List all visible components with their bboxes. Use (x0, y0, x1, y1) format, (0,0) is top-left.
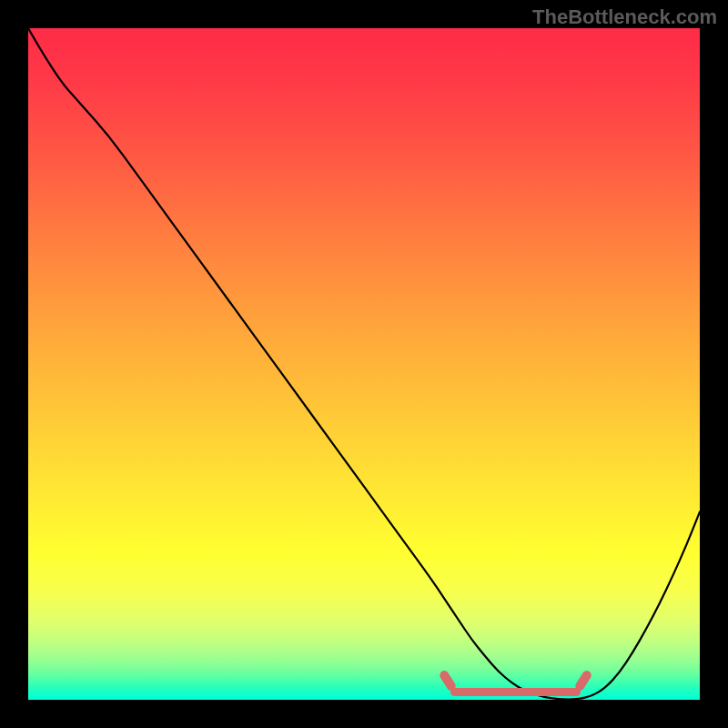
watermark-text: TheBottleneck.com (532, 5, 717, 29)
plot-area (28, 28, 700, 700)
bottleneck-curve (28, 28, 700, 700)
chart-container: TheBottleneck.com (0, 0, 728, 728)
optimal-marker-bar (450, 688, 581, 696)
